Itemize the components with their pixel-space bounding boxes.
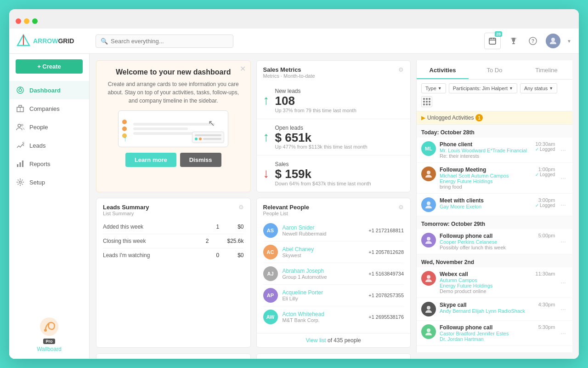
leads-summary-gear-icon[interactable]: ⚙ xyxy=(238,204,244,211)
activity-people-1[interactable]: Michael Scott Autumn Campos xyxy=(440,173,531,178)
activity-meta-5: 4:30pm xyxy=(538,302,555,307)
summary-closing-label: Closing this week xyxy=(103,238,146,244)
metric-open-leads-info: Open leads $ 651k Up 477% from $113k thi… xyxy=(275,125,368,150)
activity-more-4[interactable]: ··· xyxy=(559,279,568,286)
person-phone-2: +1 5163849734 xyxy=(368,271,404,276)
user-avatar[interactable] xyxy=(546,34,560,48)
calendar-icon-button[interactable]: 28 xyxy=(484,33,501,49)
leads-closing-card: Leads Closing Within 7 Days Leads List ⚙ xyxy=(96,353,251,359)
person-name-4[interactable]: Acton Whitehead xyxy=(283,311,364,317)
sidebar-item-leads-label: Leads xyxy=(29,142,45,149)
pipeline-card: Pipeline Pipeline by Stage ⚙ New 41 lead… xyxy=(256,353,411,359)
create-button[interactable]: + Create xyxy=(16,59,83,74)
filter-participants-button[interactable]: Participants: Jim Halpert ▼ xyxy=(449,83,517,93)
sales-metrics-title: Sales Metrics xyxy=(263,66,315,73)
browser-window: ARROWGRID 🔍 28 ? xyxy=(9,9,579,359)
view-list-link[interactable]: View list of 435 people xyxy=(257,333,411,347)
summary-added-count: 1 xyxy=(216,224,219,230)
activity-more-2[interactable]: ··· xyxy=(559,201,568,208)
person-name-1[interactable]: Abel Chaney xyxy=(283,246,364,253)
svg-point-25 xyxy=(19,181,22,184)
search-bar[interactable]: 🔍 xyxy=(96,34,233,48)
wallboard-link[interactable]: Wallboard xyxy=(37,346,62,352)
minimize-dot[interactable] xyxy=(24,18,29,24)
activity-people-4[interactable]: Autumn Campos xyxy=(440,277,532,283)
activity-title-4: Webex call xyxy=(440,271,532,277)
activity-people-5[interactable]: Andy Bernard Elijah Lynn RadioShack xyxy=(440,308,535,314)
activities-filters: Type ▼ Participants: Jim Halpert ▼ Any s… xyxy=(417,80,572,111)
unlogged-arrow-icon: ▶ xyxy=(421,115,425,121)
svg-point-18 xyxy=(18,124,21,127)
unlogged-activities-bar[interactable]: ▶ Unlogged Activities 1 xyxy=(417,111,572,125)
activity-company-1[interactable]: Energy Future Holdings xyxy=(440,178,531,184)
activity-body-4: Webex call Autumn Campos Energy Future H… xyxy=(440,271,532,294)
activity-body-2: Meet with clients Gay Moore Exelon xyxy=(440,197,531,209)
chevron-down-icon[interactable]: ▼ xyxy=(567,39,571,44)
learn-more-button[interactable]: Learn more xyxy=(125,153,176,167)
activity-company-4[interactable]: Energy Future Holdings xyxy=(440,283,532,288)
pro-badge: Pro xyxy=(43,339,55,344)
arrow-up-icon-2: ↑ xyxy=(263,131,270,144)
help-icon-button[interactable]: ? xyxy=(526,34,539,47)
close-dot[interactable] xyxy=(16,18,21,24)
activity-title-3: Followup phone call xyxy=(440,233,535,239)
welcome-close-button[interactable]: ✕ xyxy=(240,64,246,73)
search-input[interactable] xyxy=(111,38,228,45)
activity-avatar-1 xyxy=(421,167,436,181)
grid-view-button[interactable] xyxy=(421,96,432,107)
sales-metrics-header: Sales Metrics Metrics · Month-to-date ⚙ xyxy=(257,61,411,82)
filter-type-button[interactable]: Type ▼ xyxy=(421,83,446,93)
activity-followup-meeting: Followup Meeting Michael Scott Autumn Ca… xyxy=(417,163,572,194)
person-company-1: Skywest xyxy=(283,253,364,258)
activity-people-2[interactable]: Gay Moore Exelon xyxy=(440,204,531,209)
activity-more-0[interactable]: ··· xyxy=(559,146,568,154)
sidebar-item-companies[interactable]: Companies xyxy=(9,99,89,118)
activity-more-5[interactable]: ··· xyxy=(559,305,568,313)
person-name-3[interactable]: Acqueline Porter xyxy=(283,289,364,296)
filter-status-button[interactable]: Any status ▼ xyxy=(520,83,557,93)
activity-time-3: 5:00pm xyxy=(538,233,555,238)
activity-phone-client: ML Phone client Mr. Louis Woodward E*Tra… xyxy=(417,138,572,163)
person-row-2: AJ Abraham Joseph Group 1 Automotive +1 … xyxy=(263,263,404,285)
maximize-dot[interactable] xyxy=(32,18,38,24)
metric-new-leads: ↑ New leads 108 Up 37% from 79 this time… xyxy=(257,82,411,119)
tab-activities[interactable]: Activities xyxy=(417,60,469,79)
svg-point-13 xyxy=(19,89,22,92)
sidebar-item-people[interactable]: People xyxy=(9,118,89,136)
sidebar-item-dashboard[interactable]: Dashboard xyxy=(9,81,89,99)
sidebar-item-dashboard-label: Dashboard xyxy=(29,87,61,94)
leads-icon xyxy=(16,141,25,150)
person-phone-4: +1 2695538176 xyxy=(368,314,404,320)
sidebar-bottom: Pro Wallboard xyxy=(9,310,89,359)
tab-todo[interactable]: To Do xyxy=(469,60,520,79)
dismiss-button[interactable]: Dismiss xyxy=(180,153,221,167)
sales-metrics-gear-icon[interactable]: ⚙ xyxy=(398,66,404,73)
activity-more-1[interactable]: ··· xyxy=(559,174,568,182)
activity-people-3[interactable]: Cooper Perkins Celanese xyxy=(440,239,535,245)
filter-type-chevron: ▼ xyxy=(438,86,442,91)
tab-timeline[interactable]: Timeline xyxy=(520,60,572,79)
person-avatar-0: AS xyxy=(263,223,278,238)
person-name-2[interactable]: Abraham Joseph xyxy=(283,268,364,274)
activity-title-2: Meet with clients xyxy=(440,197,531,204)
activity-more-3[interactable]: ··· xyxy=(559,238,568,245)
activity-people-0[interactable]: Mr. Louis Woodward E*Trade Financial xyxy=(440,148,531,153)
person-phone-1: +1 2057812628 xyxy=(368,249,404,255)
relevant-people-gear-icon[interactable]: ⚙ xyxy=(398,204,404,211)
sidebar-item-leads[interactable]: Leads xyxy=(9,136,89,155)
activity-note-3: Possibly offer lunch this week xyxy=(440,245,535,250)
activity-title-5: Skype call xyxy=(440,302,535,308)
metric-new-leads-value: 108 xyxy=(275,94,356,108)
activity-more-6[interactable]: ··· xyxy=(559,329,568,337)
topbar: ARROWGRID 🔍 28 ? xyxy=(9,29,579,54)
activity-people-6[interactable]: Castor Bradford Jennifer Estes xyxy=(440,331,535,336)
trophy-icon-button[interactable] xyxy=(507,34,520,47)
activity-company-6[interactable]: Dr. Jordan Hartman xyxy=(440,336,535,342)
sidebar-item-setup[interactable]: Setup xyxy=(9,173,89,191)
summary-watching-count: 0 xyxy=(216,252,219,259)
activity-meta-3: 5:00pm xyxy=(538,233,555,238)
person-name-0[interactable]: Aaron Snider xyxy=(283,224,364,231)
activity-meta-2: 3:00pm ✓ Logged xyxy=(535,197,555,208)
sidebar-item-reports[interactable]: Reports xyxy=(9,155,89,173)
sidebar-item-people-label: People xyxy=(29,124,48,131)
